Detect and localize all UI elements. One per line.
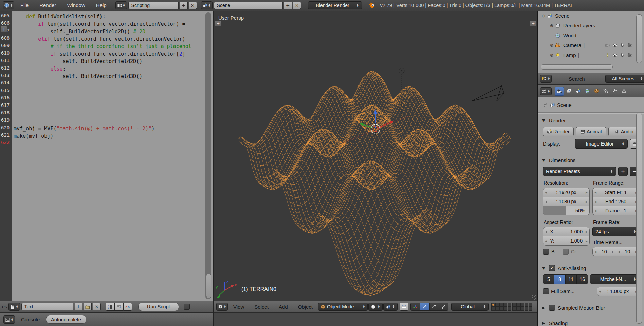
collapse-triangle-icon[interactable]: ▼ xyxy=(542,266,546,270)
shading-panel-header[interactable]: ▶ Shading ∷∷ xyxy=(542,319,640,326)
time-old-field[interactable]: ◂10▸ xyxy=(593,247,616,256)
code-line[interactable]: self._BuildVectorField2D() xyxy=(14,58,204,65)
editor-type-3dview-button[interactable] xyxy=(216,303,228,311)
transform-orientation-dropdown[interactable]: Global xyxy=(451,303,489,311)
full-sample-checkbox[interactable] xyxy=(543,288,549,294)
aa-samples-11-button[interactable]: 11 xyxy=(566,274,577,284)
audio-button[interactable]: Audio xyxy=(608,127,639,136)
eye-toggle[interactable] xyxy=(612,43,618,48)
pin-icon[interactable] xyxy=(542,102,548,108)
layer-18-button[interactable] xyxy=(520,307,524,311)
layer-10-button[interactable] xyxy=(529,303,532,307)
layer-9-button[interactable] xyxy=(525,303,528,307)
layer-11-button[interactable] xyxy=(491,307,495,311)
text-new-button[interactable]: + xyxy=(75,303,82,310)
manipulator-scale-button[interactable] xyxy=(439,303,448,311)
outliner-item-camera[interactable]: ⊕Camera| xyxy=(538,40,644,50)
line-numbers-toggle[interactable]: 12 xyxy=(106,303,114,311)
code-line[interactable]: self._BuildVectorField3D() xyxy=(14,73,204,80)
aspect-x-field[interactable]: ◂X:1.000▸ xyxy=(543,227,589,236)
editor-scrollbar-thumb[interactable] xyxy=(206,274,211,298)
run-script-button[interactable]: Run Script xyxy=(138,303,179,311)
manipulator-translate-axes-button[interactable] xyxy=(410,303,420,311)
frame-rate-dropdown[interactable]: 24 fps xyxy=(592,227,639,236)
code-line[interactable]: else: xyxy=(14,65,204,73)
display-mode-dropdown[interactable]: Image Editor xyxy=(575,139,628,149)
collapse-triangle-icon[interactable]: ▶ xyxy=(542,306,546,310)
camera-badge-toggle[interactable] xyxy=(627,53,632,58)
expand-plus-icon[interactable]: ⊕ xyxy=(549,53,554,58)
crop-checkbox[interactable] xyxy=(563,249,569,255)
aa-samples-5-button[interactable]: 5 xyxy=(543,274,554,284)
menu-select[interactable]: Select xyxy=(250,304,273,310)
properties-tab-render-layers[interactable] xyxy=(565,87,573,95)
outliner-filter-dropdown[interactable]: All Scenes xyxy=(605,75,644,83)
eye-toggle[interactable] xyxy=(612,53,618,58)
scene-name-field[interactable]: Scene xyxy=(214,2,283,9)
render-presets-dropdown[interactable]: Render Presets xyxy=(543,167,616,176)
editor-type-text-button[interactable] xyxy=(8,303,20,311)
outliner-item-renderlayers[interactable]: ⊕RenderLayers xyxy=(538,21,644,31)
toolshelf-expand-tab[interactable]: + xyxy=(215,20,221,27)
menu-window[interactable]: Window xyxy=(62,2,90,8)
editor-scrollbar[interactable] xyxy=(205,12,211,299)
layout-add-button[interactable]: + xyxy=(180,2,188,9)
scene-add-button[interactable]: + xyxy=(284,2,292,9)
resolution-percentage-slider[interactable]: 50% xyxy=(543,206,589,215)
cursor-toggle[interactable] xyxy=(620,43,625,48)
code-line[interactable]: self._BuildVectorField2D() # 2D xyxy=(14,28,204,35)
aa-samples-8-button[interactable]: 8 xyxy=(554,274,566,284)
editor-type-console-button[interactable] xyxy=(3,315,15,324)
screen-layout-button[interactable] xyxy=(115,1,127,9)
aspect-y-field[interactable]: ◂Y:1.000▸ xyxy=(543,236,589,245)
aa-filter-dropdown[interactable]: Mitchell-N... xyxy=(590,274,639,284)
text-unlink-button[interactable]: × xyxy=(93,303,101,310)
properties-tab-constraints[interactable] xyxy=(601,87,610,95)
code-line[interactable] xyxy=(14,88,204,95)
menu-object[interactable]: Object xyxy=(293,304,317,310)
code-line[interactable]: # if the third coordfunc isn't just a pl… xyxy=(14,43,204,50)
start-frame-field[interactable]: ◂Start Fr: 1▸ xyxy=(593,188,639,197)
manipulator-translate-button[interactable] xyxy=(420,303,429,311)
collapse-triangle-icon[interactable]: ▶ xyxy=(542,321,546,325)
scene-delete-button[interactable]: × xyxy=(293,2,301,9)
code-line[interactable] xyxy=(14,95,204,102)
code-line[interactable]: mvf_obj = MVF("math.sin(@) + math.cos(! … xyxy=(14,125,204,132)
dimensions-panel-header[interactable]: ▼ Dimensions ∷∷ xyxy=(542,156,640,164)
outliner-item-world[interactable]: World xyxy=(538,31,644,40)
aa-filter-size-field[interactable]: ◂: 1.000 px▸ xyxy=(597,287,639,296)
layer-2-button[interactable] xyxy=(495,303,499,307)
code-line[interactable] xyxy=(14,80,204,88)
lamp-data-toggle[interactable] xyxy=(605,53,610,58)
code-text[interactable]: def BuildWorldslist(self): if len(self.c… xyxy=(14,11,204,301)
layer-8-button[interactable] xyxy=(520,303,524,307)
sidebar-expand-tab[interactable]: + xyxy=(530,20,536,27)
camera-badge-toggle[interactable] xyxy=(627,43,632,48)
preset-add-button[interactable]: + xyxy=(618,167,628,176)
area-corner-grip[interactable] xyxy=(532,295,536,300)
border-checkbox[interactable] xyxy=(543,249,549,255)
menu-view[interactable]: View xyxy=(228,304,249,310)
layer-19-button[interactable] xyxy=(525,307,528,311)
current-frame-field[interactable]: ◂Frame : 1▸ xyxy=(593,206,639,215)
code-line[interactable]: def BuildWorldslist(self): xyxy=(14,13,204,20)
code-line[interactable]: make(mvf_obj) xyxy=(14,132,204,140)
menu-add[interactable]: Add xyxy=(274,304,293,310)
text-datablock-field[interactable]: Text xyxy=(21,303,73,310)
properties-tab-object[interactable] xyxy=(592,87,601,95)
aa-samples-16-button[interactable]: 16 xyxy=(577,274,588,284)
outliner-item-lamp[interactable]: ⊕Lamp| xyxy=(538,50,644,60)
end-frame-field[interactable]: ◂End : 250▸ xyxy=(593,197,639,206)
outliner-item-scene[interactable]: ⊖Scene xyxy=(538,11,644,21)
menu-file[interactable]: File xyxy=(16,2,33,8)
viewport-3d-canvas[interactable]: z y x User Persp (1) TERRAIN0 + + xyxy=(214,11,538,301)
editor-type-properties-button[interactable] xyxy=(540,87,552,95)
camera-data-toggle[interactable] xyxy=(605,43,610,48)
layer-14-button[interactable] xyxy=(503,307,507,311)
layer-1-button[interactable] xyxy=(491,303,495,307)
expand-plus-icon[interactable]: ⊕ xyxy=(549,43,554,48)
layer-12-button[interactable] xyxy=(495,307,499,311)
collapse-triangle-icon[interactable]: ▼ xyxy=(542,118,546,123)
lamp-object[interactable] xyxy=(399,68,404,119)
code-region[interactable]: 6056066076086096106116126136146156166176… xyxy=(0,11,213,301)
